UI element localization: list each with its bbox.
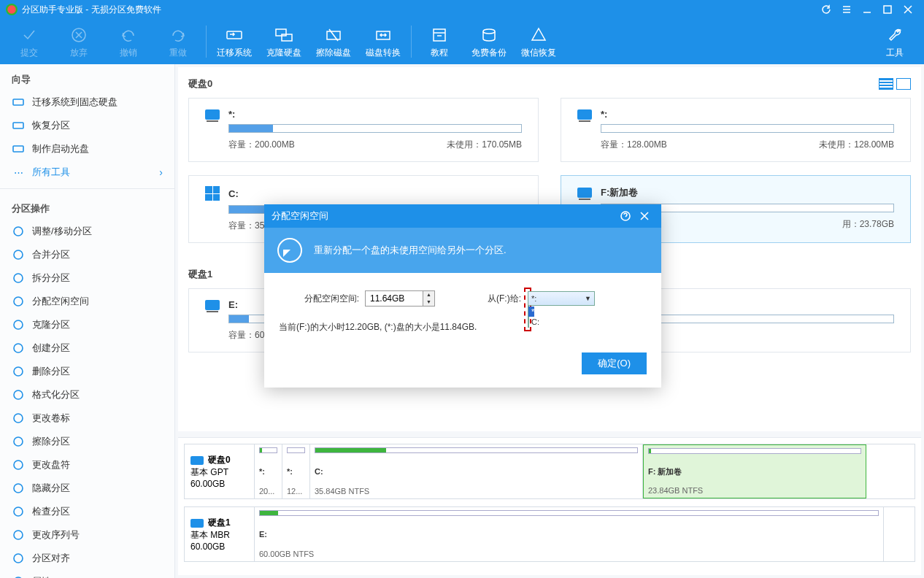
all-tools-button[interactable]: ⋯所有工具 › xyxy=(0,161,174,184)
map-partition-size: 60.00GB NTFS xyxy=(259,550,879,558)
erase-disk-button[interactable]: 擦除磁盘 xyxy=(309,21,358,62)
map-partition-name: E: xyxy=(259,530,879,539)
capacity-label: 容量：35. xyxy=(228,220,267,232)
clone-disk-button[interactable]: 克隆硬盘 xyxy=(259,21,309,62)
combo-dropdown[interactable]: *: C: xyxy=(528,306,529,328)
window-title: 分区助手专业版 - 无损分区免费软件 xyxy=(22,4,816,16)
app-logo-icon xyxy=(6,4,18,15)
ops-item[interactable]: 擦除分区 xyxy=(0,430,174,453)
ops-item[interactable]: 分配空闲空间 xyxy=(0,290,174,313)
svg-point-15 xyxy=(14,297,23,306)
list-view-icon[interactable] xyxy=(896,78,911,90)
map-partition-name: *: xyxy=(287,467,305,476)
tutorial-button[interactable]: 教程 xyxy=(415,21,464,62)
disk-map-partition[interactable]: C: 35.84GB NTFS xyxy=(310,444,643,498)
minimize-button[interactable] xyxy=(857,2,877,17)
ops-item[interactable]: 删除分区 xyxy=(0,360,174,383)
wizard-section-title: 向导 xyxy=(0,64,174,90)
grid-view-icon[interactable] xyxy=(879,78,893,90)
wizard-item-icon xyxy=(12,142,25,155)
map-partition-size: 20... xyxy=(259,487,277,496)
ops-item-icon xyxy=(12,552,25,565)
ops-item[interactable]: 创建分区 xyxy=(0,336,174,360)
wizard-item-label: 制作启动光盘 xyxy=(32,142,89,155)
spin-down-icon[interactable]: ▼ xyxy=(423,298,434,306)
convert-disk-button[interactable]: 磁盘转换 xyxy=(358,21,408,62)
ops-item[interactable]: 隐藏分区 xyxy=(0,477,174,500)
ops-item-icon xyxy=(12,435,25,448)
ops-item-label: 属性 xyxy=(32,575,51,578)
partition-card[interactable]: *: 容量：200.00MB 未使用：170.05MB xyxy=(188,98,539,162)
ops-item[interactable]: 拆分分区 xyxy=(0,266,174,290)
wizard-item[interactable]: 恢复分区 xyxy=(0,114,174,137)
ops-item-label: 合并分区 xyxy=(32,248,70,261)
partition-card[interactable]: *: 容量：128.00MB 未使用：128.00MB xyxy=(561,98,911,162)
ops-item[interactable]: 合并分区 xyxy=(0,243,174,266)
svg-point-8 xyxy=(483,29,495,34)
maximize-button[interactable] xyxy=(877,2,898,17)
allocate-dialog: 分配空闲空间 重新分配一个盘的未使用空间给另外一个分区. 分配空闲空间: ▲▼ … xyxy=(264,204,661,388)
svg-rect-0 xyxy=(884,6,891,13)
ops-item-label: 检查分区 xyxy=(32,505,70,518)
menu-button[interactable] xyxy=(836,2,857,17)
target-drive-combo[interactable]: *: ▼ xyxy=(528,291,595,306)
ops-item[interactable]: 更改盘符 xyxy=(0,453,174,477)
ops-item-label: 更改盘符 xyxy=(32,458,70,471)
drive-icon xyxy=(205,109,220,120)
ops-item[interactable]: 更改卷标 xyxy=(0,406,174,430)
combo-option[interactable]: *: xyxy=(528,307,534,317)
ops-item[interactable]: 格式化分区 xyxy=(0,383,174,406)
ops-item[interactable]: 属性 xyxy=(0,570,174,578)
ops-item[interactable]: 更改序列号 xyxy=(0,523,174,547)
ops-item[interactable]: 检查分区 xyxy=(0,500,174,523)
ops-item[interactable]: 克隆分区 xyxy=(0,313,174,336)
ops-item-icon xyxy=(12,318,25,331)
view-toggle[interactable] xyxy=(879,78,911,90)
ops-item-label: 更改卷标 xyxy=(32,412,70,425)
migrate-os-button[interactable]: 迁移系统 xyxy=(209,21,259,62)
map-partition-size: 35.84GB NTFS xyxy=(315,487,638,496)
drive-icon xyxy=(205,300,220,310)
wechat-recover-button[interactable]: 微信恢复 xyxy=(514,21,563,62)
ops-item-label: 更改序列号 xyxy=(32,528,80,542)
svg-point-24 xyxy=(14,507,23,516)
dialog-close-button[interactable] xyxy=(635,207,654,225)
combo-option[interactable]: C: xyxy=(528,317,534,327)
disk-map-partition[interactable]: F: 新加卷 23.84GB NTFS xyxy=(643,444,866,498)
drive-icon xyxy=(190,456,204,465)
capacity-label: 容量：60. xyxy=(228,329,267,342)
spin-up-icon[interactable]: ▲ xyxy=(423,291,434,298)
ops-item-label: 创建分区 xyxy=(32,342,70,355)
ops-item[interactable]: 分区对齐 xyxy=(0,547,174,570)
ops-item[interactable]: 调整/移动分区 xyxy=(0,220,174,243)
ops-item-label: 拆分分区 xyxy=(32,271,70,285)
disk-map-partition[interactable]: *: 20... xyxy=(255,444,282,498)
ok-button[interactable]: 确定(O) xyxy=(582,352,647,374)
map-partition-name: C: xyxy=(315,467,638,476)
undo-button: 撤销 xyxy=(104,21,153,62)
ops-item-label: 擦除分区 xyxy=(32,435,70,448)
disk-map-label[interactable]: 硬盘1 基本 MBR 60.00GB xyxy=(185,507,255,561)
ops-item-icon xyxy=(12,458,25,471)
dialog-title: 分配空闲空间 xyxy=(272,209,328,223)
wizard-item[interactable]: 制作启动光盘 xyxy=(0,137,174,161)
tools-button[interactable]: 工具 xyxy=(870,21,920,62)
wizard-item[interactable]: 迁移系统到固态硬盘 xyxy=(0,90,174,114)
refresh-button[interactable] xyxy=(816,2,836,17)
ops-item-label: 删除分区 xyxy=(32,365,70,378)
pie-icon xyxy=(277,238,302,263)
alloc-size-input[interactable]: ▲▼ xyxy=(365,290,435,307)
disk-map-partition[interactable]: E: 60.00GB NTFS xyxy=(255,507,884,561)
disk-map-row: 硬盘1 基本 MBR 60.00GB E: 60.00GB NTFS xyxy=(184,506,915,562)
close-button[interactable] xyxy=(898,2,918,17)
svg-point-18 xyxy=(14,367,23,376)
capacity-label: 容量：128.00MB xyxy=(601,139,667,151)
wizard-item-icon xyxy=(12,119,25,132)
disk-map-partition[interactable]: *: 12... xyxy=(282,444,310,498)
disk-map-label[interactable]: 硬盘0 基本 GPT 60.00GB xyxy=(185,444,255,498)
usage-bar xyxy=(228,124,522,133)
free-backup-button[interactable]: 免费备份 xyxy=(464,21,514,62)
ops-item-label: 隐藏分区 xyxy=(32,482,70,495)
help-button[interactable] xyxy=(616,207,635,225)
ops-item-label: 分区对齐 xyxy=(32,552,70,565)
